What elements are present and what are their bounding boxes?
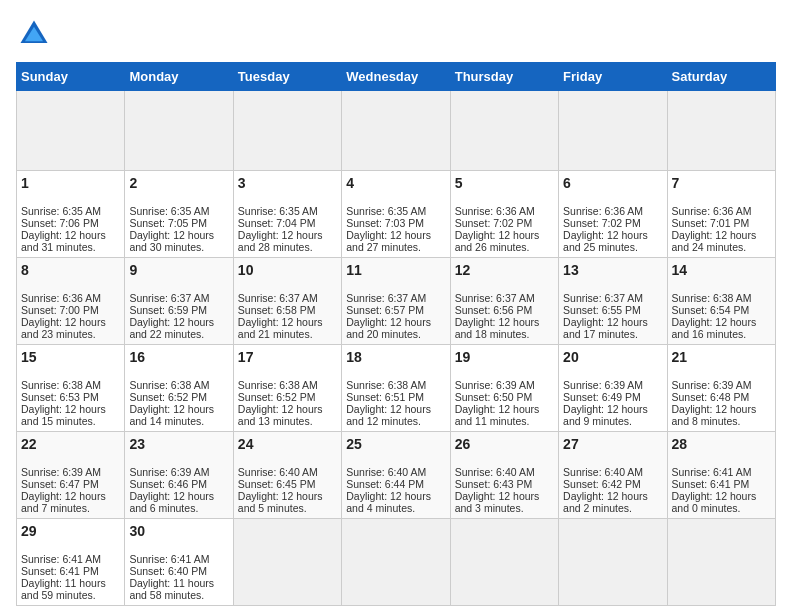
sunset-text: Sunset: 6:53 PM bbox=[21, 391, 99, 403]
daylight-text: Daylight: 12 hours bbox=[346, 490, 431, 502]
sunrise-text: Sunrise: 6:38 AM bbox=[21, 379, 101, 391]
daylight-text-2: and 31 minutes. bbox=[21, 241, 96, 253]
calendar-week-4: 22Sunrise: 6:39 AMSunset: 6:47 PMDayligh… bbox=[17, 432, 776, 519]
sunrise-text: Sunrise: 6:39 AM bbox=[563, 379, 643, 391]
sunrise-text: Sunrise: 6:39 AM bbox=[672, 379, 752, 391]
daylight-text-2: and 21 minutes. bbox=[238, 328, 313, 340]
sunrise-text: Sunrise: 6:39 AM bbox=[21, 466, 101, 478]
daylight-text-2: and 25 minutes. bbox=[563, 241, 638, 253]
daylight-text: Daylight: 12 hours bbox=[563, 490, 648, 502]
calendar-cell: 14Sunrise: 6:38 AMSunset: 6:54 PMDayligh… bbox=[667, 258, 775, 345]
day-number: 4 bbox=[346, 175, 445, 191]
sunset-text: Sunset: 6:40 PM bbox=[129, 565, 207, 577]
daylight-text: Daylight: 12 hours bbox=[455, 490, 540, 502]
calendar-week-3: 15Sunrise: 6:38 AMSunset: 6:53 PMDayligh… bbox=[17, 345, 776, 432]
daylight-text-2: and 13 minutes. bbox=[238, 415, 313, 427]
day-number: 3 bbox=[238, 175, 337, 191]
daylight-text-2: and 30 minutes. bbox=[129, 241, 204, 253]
daylight-text-2: and 8 minutes. bbox=[672, 415, 741, 427]
daylight-text: Daylight: 12 hours bbox=[129, 490, 214, 502]
logo bbox=[16, 16, 58, 52]
daylight-text-2: and 22 minutes. bbox=[129, 328, 204, 340]
sunrise-text: Sunrise: 6:37 AM bbox=[563, 292, 643, 304]
calendar-cell: 27Sunrise: 6:40 AMSunset: 6:42 PMDayligh… bbox=[559, 432, 667, 519]
calendar-cell bbox=[450, 91, 558, 171]
daylight-text-2: and 14 minutes. bbox=[129, 415, 204, 427]
sunset-text: Sunset: 7:01 PM bbox=[672, 217, 750, 229]
calendar-cell: 20Sunrise: 6:39 AMSunset: 6:49 PMDayligh… bbox=[559, 345, 667, 432]
daylight-text: Daylight: 12 hours bbox=[21, 403, 106, 415]
calendar-cell: 1Sunrise: 6:35 AMSunset: 7:06 PMDaylight… bbox=[17, 171, 125, 258]
day-number: 18 bbox=[346, 349, 445, 365]
day-number: 15 bbox=[21, 349, 120, 365]
daylight-text: Daylight: 12 hours bbox=[238, 316, 323, 328]
daylight-text-2: and 2 minutes. bbox=[563, 502, 632, 514]
sunset-text: Sunset: 7:02 PM bbox=[563, 217, 641, 229]
daylight-text: Daylight: 12 hours bbox=[455, 403, 540, 415]
sunset-text: Sunset: 7:05 PM bbox=[129, 217, 207, 229]
day-number: 5 bbox=[455, 175, 554, 191]
calendar-table: SundayMondayTuesdayWednesdayThursdayFrid… bbox=[16, 62, 776, 606]
daylight-text: Daylight: 12 hours bbox=[346, 403, 431, 415]
calendar-cell bbox=[233, 91, 341, 171]
sunset-text: Sunset: 6:48 PM bbox=[672, 391, 750, 403]
calendar-cell: 13Sunrise: 6:37 AMSunset: 6:55 PMDayligh… bbox=[559, 258, 667, 345]
sunset-text: Sunset: 6:49 PM bbox=[563, 391, 641, 403]
daylight-text: Daylight: 12 hours bbox=[238, 403, 323, 415]
sunrise-text: Sunrise: 6:40 AM bbox=[563, 466, 643, 478]
daylight-text: Daylight: 11 hours bbox=[21, 577, 106, 589]
daylight-text-2: and 9 minutes. bbox=[563, 415, 632, 427]
calendar-cell: 4Sunrise: 6:35 AMSunset: 7:03 PMDaylight… bbox=[342, 171, 450, 258]
daylight-text: Daylight: 12 hours bbox=[129, 229, 214, 241]
daylight-text-2: and 16 minutes. bbox=[672, 328, 747, 340]
sunrise-text: Sunrise: 6:41 AM bbox=[672, 466, 752, 478]
sunset-text: Sunset: 6:59 PM bbox=[129, 304, 207, 316]
day-number: 14 bbox=[672, 262, 771, 278]
sunset-text: Sunset: 6:56 PM bbox=[455, 304, 533, 316]
daylight-text-2: and 23 minutes. bbox=[21, 328, 96, 340]
daylight-text-2: and 28 minutes. bbox=[238, 241, 313, 253]
header-day-friday: Friday bbox=[559, 63, 667, 91]
daylight-text: Daylight: 12 hours bbox=[21, 316, 106, 328]
calendar-week-5: 29Sunrise: 6:41 AMSunset: 6:41 PMDayligh… bbox=[17, 519, 776, 606]
sunset-text: Sunset: 6:43 PM bbox=[455, 478, 533, 490]
day-number: 2 bbox=[129, 175, 228, 191]
calendar-cell: 5Sunrise: 6:36 AMSunset: 7:02 PMDaylight… bbox=[450, 171, 558, 258]
header-day-monday: Monday bbox=[125, 63, 233, 91]
sunset-text: Sunset: 6:52 PM bbox=[238, 391, 316, 403]
header bbox=[16, 16, 776, 52]
sunrise-text: Sunrise: 6:37 AM bbox=[129, 292, 209, 304]
day-number: 17 bbox=[238, 349, 337, 365]
calendar-cell: 16Sunrise: 6:38 AMSunset: 6:52 PMDayligh… bbox=[125, 345, 233, 432]
calendar-cell bbox=[667, 519, 775, 606]
sunset-text: Sunset: 6:51 PM bbox=[346, 391, 424, 403]
sunset-text: Sunset: 6:57 PM bbox=[346, 304, 424, 316]
day-number: 12 bbox=[455, 262, 554, 278]
calendar-cell: 30Sunrise: 6:41 AMSunset: 6:40 PMDayligh… bbox=[125, 519, 233, 606]
daylight-text: Daylight: 11 hours bbox=[129, 577, 214, 589]
daylight-text: Daylight: 12 hours bbox=[672, 490, 757, 502]
day-number: 9 bbox=[129, 262, 228, 278]
calendar-cell bbox=[342, 519, 450, 606]
calendar-cell: 8Sunrise: 6:36 AMSunset: 7:00 PMDaylight… bbox=[17, 258, 125, 345]
daylight-text-2: and 59 minutes. bbox=[21, 589, 96, 601]
daylight-text: Daylight: 12 hours bbox=[129, 403, 214, 415]
sunset-text: Sunset: 6:50 PM bbox=[455, 391, 533, 403]
calendar-cell bbox=[667, 91, 775, 171]
daylight-text-2: and 18 minutes. bbox=[455, 328, 530, 340]
daylight-text: Daylight: 12 hours bbox=[455, 229, 540, 241]
daylight-text: Daylight: 12 hours bbox=[672, 229, 757, 241]
sunset-text: Sunset: 7:06 PM bbox=[21, 217, 99, 229]
calendar-cell bbox=[450, 519, 558, 606]
sunrise-text: Sunrise: 6:39 AM bbox=[455, 379, 535, 391]
calendar-cell: 25Sunrise: 6:40 AMSunset: 6:44 PMDayligh… bbox=[342, 432, 450, 519]
sunrise-text: Sunrise: 6:39 AM bbox=[129, 466, 209, 478]
header-day-wednesday: Wednesday bbox=[342, 63, 450, 91]
calendar-cell bbox=[559, 519, 667, 606]
calendar-cell: 21Sunrise: 6:39 AMSunset: 6:48 PMDayligh… bbox=[667, 345, 775, 432]
daylight-text: Daylight: 12 hours bbox=[129, 316, 214, 328]
sunset-text: Sunset: 7:03 PM bbox=[346, 217, 424, 229]
sunset-text: Sunset: 7:02 PM bbox=[455, 217, 533, 229]
sunset-text: Sunset: 7:00 PM bbox=[21, 304, 99, 316]
calendar-cell: 6Sunrise: 6:36 AMSunset: 7:02 PMDaylight… bbox=[559, 171, 667, 258]
